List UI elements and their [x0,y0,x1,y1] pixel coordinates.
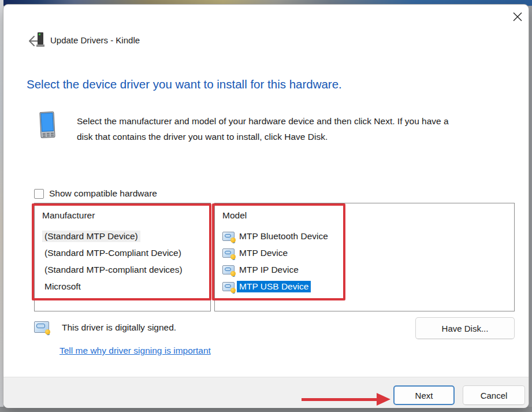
close-icon [512,12,523,22]
show-compatible-hardware-checkbox-row[interactable]: Show compatible hardware [34,188,157,199]
checkbox-unchecked-icon[interactable] [34,189,44,199]
model-column-header: Model [222,207,514,228]
next-button[interactable]: Next [393,385,455,405]
manufacturer-item[interactable]: Microsoft [42,278,210,295]
signed-driver-icon [222,265,235,274]
model-item[interactable]: MTP IP Device [222,261,514,278]
model-item-selected[interactable]: MTP USB Device [222,278,514,295]
close-button[interactable] [508,8,527,26]
manufacturer-list[interactable]: Manufacturer (Standard MTP Device) (Stan… [34,203,211,311]
instruction-line-2: disk that contains the driver you want t… [77,129,516,144]
model-list[interactable]: Model MTP Bluetooth Device MTP Device MT… [214,203,515,311]
manufacturer-item[interactable]: (Standard MTP Device) [42,228,210,244]
signed-driver-icon [222,232,235,241]
instruction-line-1: Select the manufacturer and model of you… [77,113,516,129]
signed-driver-icon [222,248,235,258]
manufacturer-item[interactable]: (Standard MTP-compliant devices) [42,261,210,278]
cancel-button[interactable]: Cancel [463,385,525,405]
window-title: Update Drivers - Kindle [50,35,140,45]
driver-signing-info-link[interactable]: Tell me why driver signing is important [59,346,211,356]
titlebar: Update Drivers - Kindle [36,32,140,48]
device-icon [36,32,45,48]
model-item[interactable]: MTP Device [222,244,514,261]
signed-driver-icon [222,282,235,291]
instruction-text: Select the manufacturer and model of you… [77,113,516,144]
have-disk-button[interactable]: Have Disk... [415,317,515,339]
update-drivers-dialog: Update Drivers - Kindle Select the devic… [3,4,529,408]
page-heading: Select the device driver you want to ins… [27,77,342,91]
manufacturer-item[interactable]: (Standard MTP-Compliant Device) [42,244,210,261]
driver-signed-status: This driver is digitally signed. [34,321,176,333]
manufacturer-column-header: Manufacturer [42,207,210,228]
checkbox-label: Show compatible hardware [49,188,157,199]
signed-status-text: This driver is digitally signed. [62,321,176,333]
digitally-signed-icon [34,321,49,333]
model-item[interactable]: MTP Bluetooth Device [222,228,514,244]
hardware-device-icon [38,111,57,141]
